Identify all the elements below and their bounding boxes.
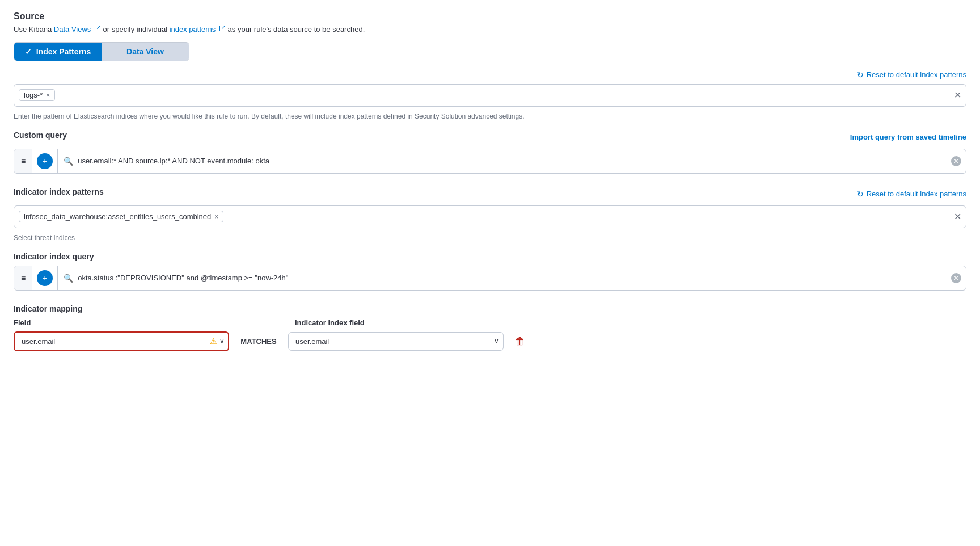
source-desc-before: Use Kibana xyxy=(14,25,54,33)
custom-query-input-area[interactable]: 🔍 user.email:* AND source.ip:* AND NOT e… xyxy=(58,157,947,166)
field-select[interactable]: user.email xyxy=(14,331,229,351)
mapping-row: user.email ⚠ ∨ MATCHES user.email ∨ xyxy=(14,331,966,351)
external-link-icon-2 xyxy=(219,25,226,32)
indicator-clear-icon: ✕ xyxy=(951,273,961,283)
custom-query-text: user.email:* AND source.ip:* AND NOT eve… xyxy=(78,157,941,165)
query-action-buttons: ≡ + xyxy=(14,149,58,173)
tab-index-patterns[interactable]: ✓ Index Patterns xyxy=(14,43,102,61)
tab-index-patterns-label: Index Patterns xyxy=(36,47,91,56)
filter-icon: ≡ xyxy=(21,157,26,166)
reset-link-1-label: Reset to default index patterns xyxy=(867,70,966,79)
checkmark-icon: ✓ xyxy=(25,47,32,56)
custom-query-section: Custom query Import query from saved tim… xyxy=(14,131,966,174)
trash-icon: 🗑 xyxy=(515,335,525,347)
reset-row-1: ↻ Reset to default index patterns xyxy=(14,70,966,79)
reset-link-2-label: Reset to default index patterns xyxy=(867,190,966,198)
field-select-wrapper: user.email ⚠ ∨ xyxy=(14,331,229,351)
indicator-index-header: Indicator index patterns ↻ Reset to defa… xyxy=(14,187,966,201)
source-description: Use Kibana Data Views or specify individ… xyxy=(14,24,966,35)
indicator-search-icon: 🔍 xyxy=(64,274,73,283)
indicator-index-tag: infosec_data_warehouse:asset_entities_us… xyxy=(19,211,223,222)
indicator-index-tag-value: infosec_data_warehouse:asset_entities_us… xyxy=(24,212,211,221)
tab-data-view-label: Data View xyxy=(126,47,164,56)
indicator-filter-icon: ≡ xyxy=(21,274,26,283)
index-patterns-helper: Enter the pattern of Elasticsearch indic… xyxy=(14,111,966,121)
indicator-field-wrapper: user.email ∨ xyxy=(288,332,504,351)
add-filter-button[interactable]: + xyxy=(37,153,53,169)
indicator-query-input-area[interactable]: 🔍 okta.status :"DEPROVISIONED" and @time… xyxy=(58,274,947,283)
clear-all-button[interactable]: ✕ xyxy=(954,90,961,100)
reset-link-1[interactable]: ↻ Reset to default index patterns xyxy=(857,70,966,79)
indicator-add-filter-button[interactable]: + xyxy=(37,270,53,286)
indicator-query-text: okta.status :"DEPROVISIONED" and @timest… xyxy=(78,274,941,282)
indicator-plus-icon: + xyxy=(43,274,47,283)
plus-icon: + xyxy=(43,157,47,166)
indicator-index-placeholder: Select threat indices xyxy=(14,233,966,243)
source-desc-middle: or specify individual xyxy=(103,25,170,33)
index-patterns-input[interactable]: logs-* × ✕ xyxy=(14,84,966,107)
tag-close-icon[interactable]: × xyxy=(46,91,50,99)
source-tab-group: ✓ Index Patterns Data View xyxy=(14,42,189,61)
reset-link-2[interactable]: ↻ Reset to default index patterns xyxy=(857,190,966,199)
source-section: Source Use Kibana Data Views or specify … xyxy=(14,11,966,174)
indicator-mapping-label: Indicator mapping xyxy=(14,304,966,313)
custom-query-input-row: ≡ + 🔍 user.email:* AND source.ip:* AND N… xyxy=(14,149,966,174)
indicator-mapping-section: Indicator mapping Field Indicator index … xyxy=(14,304,966,351)
reset-icon-1: ↻ xyxy=(857,70,864,79)
source-desc-after: as your rule's data source to be searche… xyxy=(228,25,365,33)
indicator-clear-all-button[interactable]: ✕ xyxy=(954,211,961,222)
import-query-link[interactable]: Import query from saved timeline xyxy=(850,133,966,141)
search-icon: 🔍 xyxy=(64,157,73,166)
indicator-index-patterns-input[interactable]: infosec_data_warehouse:asset_entities_us… xyxy=(14,205,966,228)
index-pattern-tag: logs-* × xyxy=(19,89,55,101)
index-patterns-link[interactable]: index patterns xyxy=(170,25,216,33)
indicator-query-clear-button[interactable]: ✕ xyxy=(947,268,966,288)
indicator-filter-button[interactable]: ≡ xyxy=(14,266,32,290)
clear-icon: ✕ xyxy=(951,156,961,166)
tab-data-view[interactable]: Data View xyxy=(102,43,189,61)
indicator-field-select[interactable]: user.email xyxy=(288,332,504,351)
index-pattern-tag-value: logs-* xyxy=(24,91,43,99)
filter-button[interactable]: ≡ xyxy=(14,149,32,173)
mapping-header-row: Field Indicator index field xyxy=(14,318,966,327)
custom-query-clear-button[interactable]: ✕ xyxy=(947,151,966,171)
reset-icon-2: ↻ xyxy=(857,190,864,199)
source-title: Source xyxy=(14,11,966,22)
matches-label: MATCHES xyxy=(240,337,276,346)
indicator-query-input-row: ≡ + 🔍 okta.status :"DEPROVISIONED" and @… xyxy=(14,266,966,291)
indicator-query-label: Indicator index query xyxy=(14,252,966,261)
field-column-label: Field xyxy=(14,318,31,327)
matches-container: MATCHES xyxy=(236,337,281,346)
custom-query-header: Custom query Import query from saved tim… xyxy=(14,131,966,144)
indicator-tag-close-icon[interactable]: × xyxy=(214,213,218,221)
data-views-link[interactable]: Data Views xyxy=(54,25,91,33)
indicator-index-field-column-label: Indicator index field xyxy=(295,318,365,327)
indicator-query-action-buttons: ≡ + xyxy=(14,266,58,290)
indicator-query-section: Indicator index query ≡ + 🔍 okta.status … xyxy=(14,252,966,291)
external-link-icon xyxy=(94,25,101,32)
indicator-section: Indicator index patterns ↻ Reset to defa… xyxy=(14,187,966,351)
custom-query-label: Custom query xyxy=(14,131,67,140)
delete-mapping-button[interactable]: 🗑 xyxy=(510,333,530,350)
indicator-index-label: Indicator index patterns xyxy=(14,187,104,196)
